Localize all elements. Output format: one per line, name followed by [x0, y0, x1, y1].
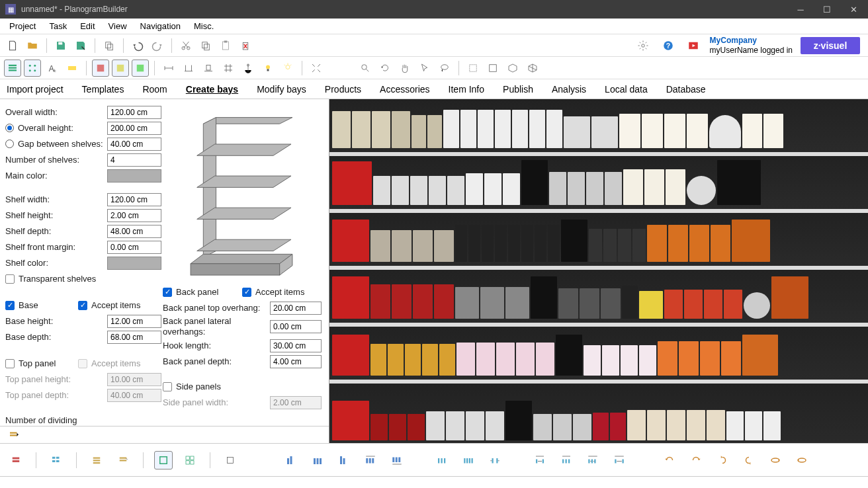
- rotate-4[interactable]: [740, 451, 758, 469]
- snap-1[interactable]: [464, 60, 482, 77]
- rotate-3[interactable]: [713, 451, 732, 469]
- view-mode-2[interactable]: [24, 60, 41, 77]
- back-top-overhang-input[interactable]: [270, 302, 322, 315]
- close-button[interactable]: ✕: [840, 0, 867, 19]
- tab-publish[interactable]: Publish: [501, 81, 535, 97]
- display-2[interactable]: [112, 60, 129, 77]
- gap-radio[interactable]: [5, 140, 14, 148]
- tab-analysis[interactable]: Analysis: [550, 81, 587, 97]
- shelf-height-input[interactable]: [107, 209, 161, 222]
- 3d-viewport[interactable]: [329, 99, 868, 443]
- align-3[interactable]: [335, 451, 353, 469]
- bay-tool-4[interactable]: [114, 451, 132, 469]
- delete-button[interactable]: [237, 37, 254, 54]
- base-height-input[interactable]: [107, 315, 161, 328]
- cut-button[interactable]: [177, 37, 195, 54]
- align-5[interactable]: [388, 451, 406, 469]
- search-tool[interactable]: [357, 60, 374, 77]
- bay-tool-7[interactable]: [221, 451, 239, 469]
- undo-button[interactable]: [129, 37, 146, 54]
- select-tool[interactable]: [416, 60, 433, 77]
- tab-local-data[interactable]: Local data: [603, 81, 649, 97]
- rotate-tool[interactable]: [376, 60, 394, 77]
- tab-database[interactable]: Database: [665, 81, 707, 97]
- overall-height-radio[interactable]: [5, 124, 14, 132]
- tab-item-info[interactable]: Item Info: [447, 81, 486, 97]
- distribute-2[interactable]: [459, 451, 478, 469]
- shelf-color-picker[interactable]: [107, 257, 161, 270]
- tab-import[interactable]: Import project: [5, 81, 65, 97]
- snap-2[interactable]: [484, 60, 501, 77]
- rotate-2[interactable]: [687, 451, 705, 469]
- measure-1[interactable]: [160, 60, 177, 77]
- side-panels-check[interactable]: [163, 382, 172, 391]
- shelf-margin-input[interactable]: [107, 241, 161, 254]
- tab-create-bays[interactable]: Create bays: [185, 81, 239, 97]
- copy2-button[interactable]: [197, 37, 214, 54]
- open-button[interactable]: [24, 37, 41, 54]
- apply-button[interactable]: [5, 427, 22, 444]
- bay-tool-2[interactable]: [47, 451, 65, 469]
- back-panel-check[interactable]: [163, 288, 172, 297]
- tab-templates[interactable]: Templates: [81, 81, 126, 97]
- spacing-3[interactable]: [584, 451, 602, 469]
- display-1[interactable]: [92, 60, 109, 77]
- bay-tool-3[interactable]: [87, 451, 106, 469]
- distribute-1[interactable]: [433, 451, 451, 469]
- save-button[interactable]: [52, 37, 69, 54]
- settings-button[interactable]: [634, 37, 652, 54]
- align-2[interactable]: [308, 451, 327, 469]
- overall-height-input[interactable]: [107, 122, 161, 135]
- copy-button[interactable]: [101, 37, 118, 54]
- base-check[interactable]: [5, 301, 15, 310]
- light-2[interactable]: [279, 60, 296, 77]
- light-1[interactable]: [259, 60, 277, 77]
- menu-edit[interactable]: Edit: [73, 20, 101, 32]
- redo-button[interactable]: [149, 37, 166, 54]
- base-depth-input[interactable]: [107, 331, 161, 344]
- overall-width-input[interactable]: [107, 106, 161, 119]
- accept-items-base-check[interactable]: [78, 301, 87, 310]
- rotate-5[interactable]: [766, 451, 785, 469]
- lasso-tool[interactable]: [436, 60, 453, 77]
- view-mode-1[interactable]: [4, 60, 21, 77]
- menu-misc[interactable]: Misc.: [187, 20, 220, 32]
- menu-project[interactable]: Project: [3, 20, 42, 32]
- menu-navigation[interactable]: Navigation: [134, 20, 187, 32]
- main-color-picker[interactable]: [107, 169, 161, 183]
- new-button[interactable]: [4, 37, 21, 54]
- bay-tool-5[interactable]: [154, 451, 173, 469]
- snap-4[interactable]: [524, 60, 541, 77]
- tab-products[interactable]: Products: [324, 81, 363, 97]
- paste-button[interactable]: [217, 37, 234, 54]
- maximize-button[interactable]: ☐: [814, 0, 840, 19]
- help-button[interactable]: ?: [660, 37, 677, 54]
- back-depth-input[interactable]: [270, 355, 322, 368]
- grid-button[interactable]: [220, 60, 237, 77]
- shelf-width-input[interactable]: [107, 193, 161, 206]
- measure-2[interactable]: [180, 60, 197, 77]
- bay-tool-1[interactable]: [7, 451, 25, 469]
- measure-3[interactable]: [200, 60, 217, 77]
- rotate-1[interactable]: [660, 451, 679, 469]
- video-button[interactable]: [685, 37, 702, 54]
- tab-modify-bays[interactable]: Modify bays: [255, 81, 308, 97]
- save-as-button[interactable]: [72, 37, 89, 54]
- spacing-1[interactable]: [531, 451, 549, 469]
- gap-input[interactable]: [107, 138, 161, 151]
- back-lateral-input[interactable]: [270, 320, 322, 333]
- align-4[interactable]: [361, 451, 380, 469]
- text-tool[interactable]: A±: [44, 60, 61, 77]
- top-panel-check[interactable]: [5, 359, 15, 368]
- tab-accessories[interactable]: Accessories: [378, 81, 431, 97]
- hook-length-input[interactable]: [270, 339, 322, 352]
- num-shelves-input[interactable]: [107, 153, 161, 167]
- distribute-3[interactable]: [486, 451, 504, 469]
- tab-room[interactable]: Room: [141, 81, 168, 97]
- align-1[interactable]: [282, 451, 300, 469]
- menu-task[interactable]: Task: [42, 20, 73, 32]
- anchor-button[interactable]: [239, 60, 257, 77]
- accept-items-back-check[interactable]: [242, 288, 251, 297]
- transparent-shelves-check[interactable]: [5, 274, 15, 284]
- spacing-2[interactable]: [557, 451, 576, 469]
